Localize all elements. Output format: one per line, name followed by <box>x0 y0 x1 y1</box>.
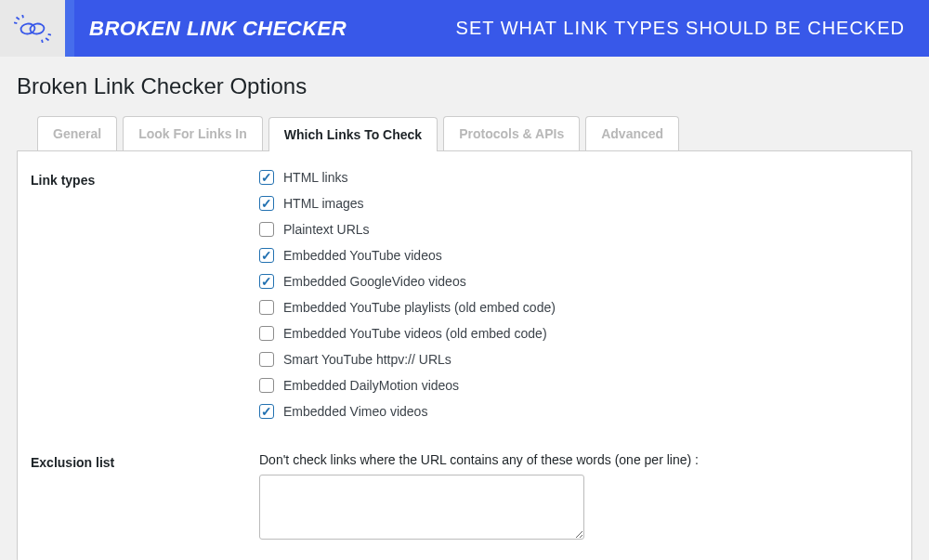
checkbox-icon <box>259 378 274 393</box>
header-accent-strip <box>65 0 74 57</box>
checkbox-html-images[interactable]: HTML images <box>259 196 898 211</box>
checkbox-embedded-vimeo-videos[interactable]: Embedded Vimeo videos <box>259 404 898 419</box>
checkbox-smart-youtube-httpv-urls[interactable]: Smart YouTube httpv:// URLs <box>259 352 898 367</box>
checkbox-label: Embedded YouTube videos (old embed code) <box>283 326 547 341</box>
app-logo-box <box>0 0 65 57</box>
checkbox-icon <box>259 274 274 289</box>
checkbox-embedded-dailymotion-videos[interactable]: Embedded DailyMotion videos <box>259 378 898 393</box>
svg-line-6 <box>42 39 43 42</box>
checkbox-embedded-youtube-videos[interactable]: Embedded YouTube videos <box>259 248 898 263</box>
checkbox-label: Embedded YouTube playlists (old embed co… <box>283 300 556 315</box>
app-header: BROKEN LINK CHECKER SET WHAT LINK TYPES … <box>0 0 929 57</box>
checkbox-icon <box>259 170 274 185</box>
page-title: Broken Link Checker Options <box>17 73 912 99</box>
checkbox-icon <box>259 404 274 419</box>
section-label-link-types: Link types <box>31 170 259 419</box>
settings-panel: Link types HTML links HTML images Plaint… <box>17 150 912 560</box>
svg-line-5 <box>46 38 48 41</box>
checkbox-label: Embedded GoogleVideo videos <box>283 274 466 289</box>
link-types-list: HTML links HTML images Plaintext URLs Em… <box>259 170 898 419</box>
checkbox-icon <box>259 352 274 367</box>
checkbox-icon <box>259 248 274 263</box>
checkbox-label: HTML links <box>283 170 348 185</box>
app-title: BROKEN LINK CHECKER <box>74 0 361 57</box>
checkbox-icon <box>259 196 274 211</box>
checkbox-icon <box>259 300 274 315</box>
exclusion-description: Don't check links where the URL contains… <box>259 452 898 467</box>
tab-which-links-to-check[interactable]: Which Links To Check <box>268 117 438 151</box>
checkbox-html-links[interactable]: HTML links <box>259 170 898 185</box>
svg-line-3 <box>22 15 23 18</box>
row-link-types: Link types HTML links HTML images Plaint… <box>31 170 898 419</box>
checkbox-label: Embedded YouTube videos <box>283 248 442 263</box>
checkbox-embedded-googlevideo-videos[interactable]: Embedded GoogleVideo videos <box>259 274 898 289</box>
tabs-bar: General Look For Links In Which Links To… <box>17 116 912 150</box>
checkbox-icon <box>259 326 274 341</box>
tab-protocols-apis[interactable]: Protocols & APIs <box>443 116 580 150</box>
checkbox-icon <box>259 222 274 237</box>
svg-line-4 <box>14 22 17 23</box>
chain-link-icon <box>14 15 51 43</box>
tab-general[interactable]: General <box>37 116 117 150</box>
checkbox-label: Embedded DailyMotion videos <box>283 378 459 393</box>
row-exclusion-list: Exclusion list Don't check links where t… <box>31 452 898 543</box>
svg-line-7 <box>48 33 51 34</box>
svg-line-2 <box>17 17 20 20</box>
checkbox-label: Embedded Vimeo videos <box>283 404 427 419</box>
checkbox-plaintext-urls[interactable]: Plaintext URLs <box>259 222 898 237</box>
checkbox-label: Smart YouTube httpv:// URLs <box>283 352 451 367</box>
tab-advanced[interactable]: Advanced <box>585 116 679 150</box>
section-label-exclusion: Exclusion list <box>31 452 259 543</box>
page-body: Broken Link Checker Options General Look… <box>0 57 929 560</box>
checkbox-embedded-youtube-videos-old[interactable]: Embedded YouTube videos (old embed code) <box>259 326 898 341</box>
exclusion-textarea[interactable] <box>259 475 584 540</box>
tab-look-for-links-in[interactable]: Look For Links In <box>123 116 263 150</box>
checkbox-embedded-youtube-playlists-old[interactable]: Embedded YouTube playlists (old embed co… <box>259 300 898 315</box>
checkbox-label: HTML images <box>283 196 364 211</box>
checkbox-label: Plaintext URLs <box>283 222 370 237</box>
page-subtitle: SET WHAT LINK TYPES SHOULD BE CHECKED <box>361 0 929 57</box>
